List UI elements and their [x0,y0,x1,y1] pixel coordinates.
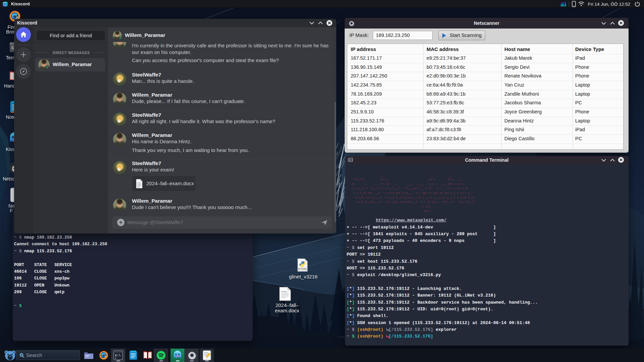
svg-text:C:\: C:\ [115,354,121,357]
svg-text:PYTHON: PYTHON [299,268,306,270]
